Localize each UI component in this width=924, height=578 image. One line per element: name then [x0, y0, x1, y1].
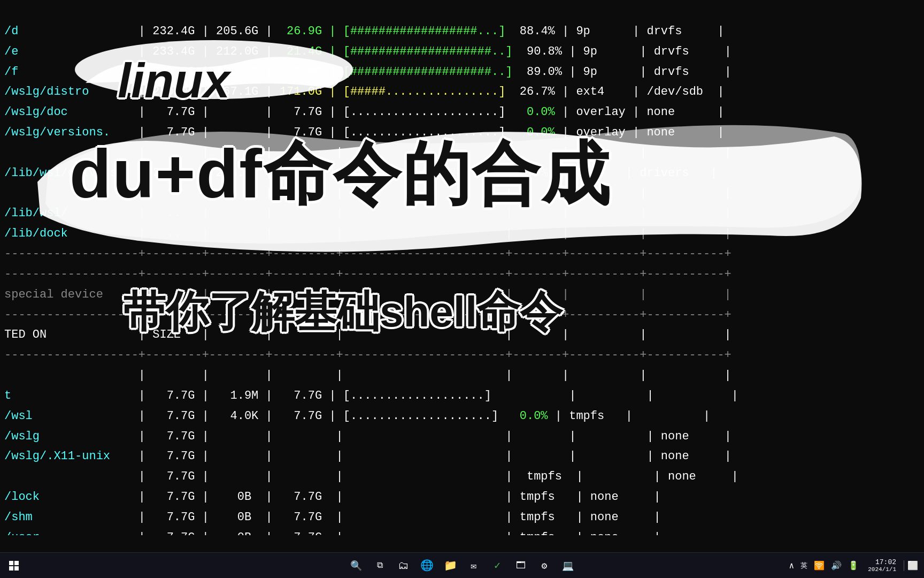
check-app-button[interactable]: ✓: [488, 556, 507, 575]
edge-browser-button[interactable]: 🌐: [417, 556, 436, 575]
linux-title: linux: [118, 54, 230, 109]
taskbar: 🔍 ⧉ 🗂 🌐 📁 ✉ ✓ 🗔 ⚙ 💻 ∧ 英 🛜: [0, 552, 924, 578]
mail-icon: ✉: [471, 560, 477, 572]
taskbar-tray: ∧ 英 🛜 🔊 🔋 17:02 2024/1/1 ⬜: [788, 558, 920, 573]
clock-date: 2024/1/1: [866, 566, 898, 573]
terminal-line: /wsl | 7.7G | 4.0K | 7.7G | [...........…: [4, 406, 920, 427]
battery-icon[interactable]: 🔋: [846, 560, 860, 571]
app2-button[interactable]: ⚙: [535, 556, 554, 575]
windows-logo-icon: [9, 561, 19, 571]
terminal-line: /lock | 7.7G | 0B | 7.7G | | tmpfs | non…: [4, 487, 920, 507]
terminal-icon: 💻: [562, 560, 574, 572]
mail-button[interactable]: ✉: [464, 556, 483, 575]
wifi-icon[interactable]: 🛜: [812, 560, 826, 571]
app2-icon: ⚙: [542, 560, 548, 572]
task-view-button[interactable]: ⧉: [370, 556, 389, 575]
terminal-line: t | 7.7G | 1.9M | 7.7G | [..............…: [4, 386, 920, 406]
keyboard-layout-indicator[interactable]: 英: [799, 561, 809, 571]
task-view-icon: ⧉: [377, 560, 383, 571]
file-folder-icon: 📁: [444, 559, 457, 572]
taskbar-left: [4, 556, 24, 575]
terminal-line: /wslg | 7.7G | | | | | | none |: [4, 427, 920, 447]
terminal-line: | | | | | | | |: [4, 366, 920, 386]
edge-browser-icon: 🌐: [420, 559, 434, 572]
search-taskbar-icon: 🔍: [350, 560, 362, 572]
sub-title: 带你了解基础shell命令: [123, 284, 563, 341]
terminal-line: /wslg/.X11-unix | 7.7G | | | | | | none …: [4, 446, 920, 467]
volume-icon[interactable]: 🔊: [829, 560, 843, 571]
show-desktop-button[interactable]: ⬜: [904, 560, 920, 571]
start-button[interactable]: [4, 556, 24, 575]
terminal-button[interactable]: 💻: [558, 556, 578, 575]
windows-explorer-icon: 🗂: [398, 559, 409, 572]
check-icon: ✓: [494, 559, 500, 572]
terminal-line: -------------------+--------+--------+--…: [4, 345, 920, 366]
terminal-line: /user | 7.7G | 0B | 7.7G | | tmpfs | non…: [4, 528, 920, 535]
terminal-line: /shm | 7.7G | 0B | 7.7G | | tmpfs | none…: [4, 507, 920, 528]
app1-icon: 🗔: [516, 560, 526, 571]
taskbar-center: 🔍 ⧉ 🗂 🌐 📁 ✉ ✓ 🗔 ⚙ 💻: [346, 556, 578, 575]
search-taskbar-button[interactable]: 🔍: [346, 556, 366, 575]
windows-explorer-button[interactable]: 🗂: [394, 556, 413, 575]
terminal-line: | 7.7G | | | | tmpfs | | none |: [4, 467, 920, 487]
show-hidden-icons-button[interactable]: ∧: [788, 560, 796, 571]
clock-time: 17:02: [873, 558, 898, 566]
file-folder-button[interactable]: 📁: [441, 556, 460, 575]
app1-button[interactable]: 🗔: [511, 556, 530, 575]
clock[interactable]: 17:02 2024/1/1: [866, 558, 898, 573]
main-title: du+df命令的合成: [70, 128, 611, 221]
